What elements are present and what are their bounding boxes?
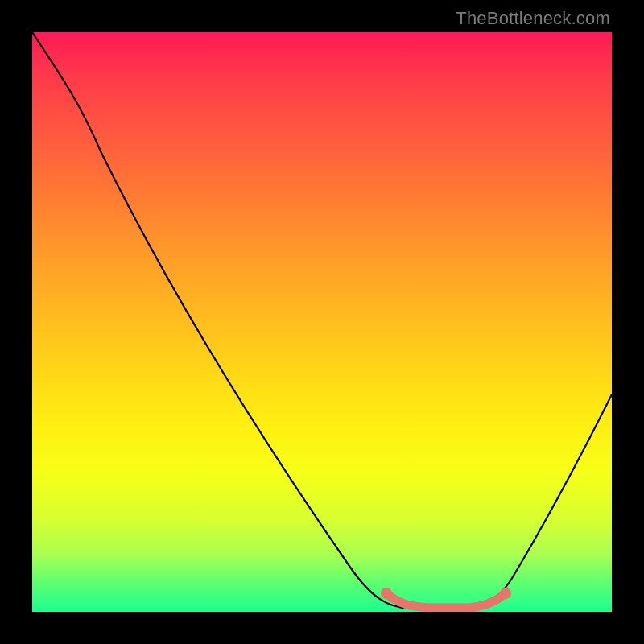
- chart-svg: [32, 32, 612, 612]
- optimal-zone-end-dot: [500, 588, 511, 599]
- bottleneck-curve: [32, 32, 612, 609]
- optimal-zone-start-dot: [381, 588, 392, 599]
- optimal-zone-highlight: [386, 593, 506, 608]
- watermark-text: TheBottleneck.com: [456, 8, 610, 29]
- plot-area: [32, 32, 612, 612]
- chart-frame: TheBottleneck.com: [0, 0, 644, 644]
